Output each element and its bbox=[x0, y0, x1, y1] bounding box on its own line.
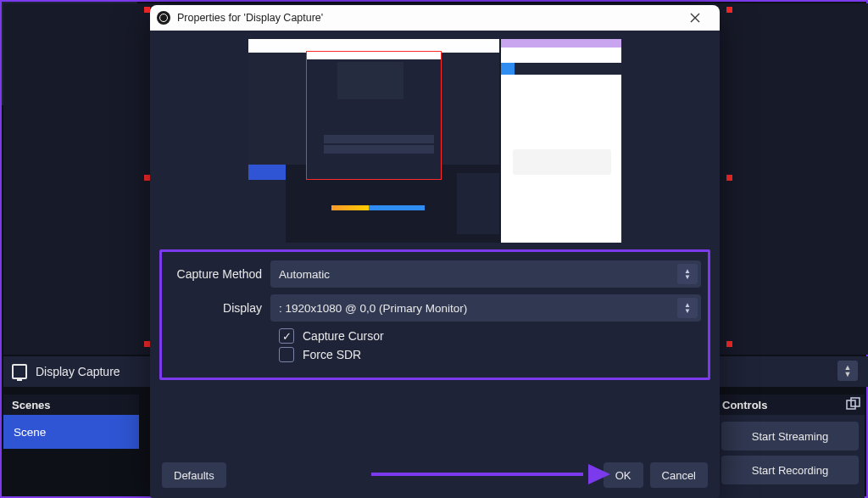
obs-main-window: Display Capture ▲▼ Scenes Scene Controls… bbox=[0, 0, 868, 498]
checkbox-icon bbox=[279, 347, 294, 362]
resize-handle[interactable] bbox=[144, 341, 150, 347]
display-select[interactable]: : 1920x1080 @ 0,0 (Primary Monitor) ▲▼ bbox=[270, 294, 701, 322]
dialog-footer: Defaults OK Cancel bbox=[150, 452, 720, 498]
capture-cursor-checkbox-row[interactable]: Capture Cursor bbox=[279, 328, 701, 344]
obs-icon bbox=[157, 11, 170, 25]
undock-icon[interactable] bbox=[846, 397, 861, 412]
display-label: Display bbox=[169, 301, 270, 315]
select-spinner-icon: ▲▼ bbox=[677, 298, 698, 318]
scene-name: Scene bbox=[14, 426, 46, 439]
resize-handle[interactable] bbox=[726, 341, 732, 347]
resize-handle[interactable] bbox=[144, 175, 150, 181]
controls-header: Controls bbox=[714, 394, 865, 415]
close-button[interactable] bbox=[677, 5, 713, 31]
start-streaming-button[interactable]: Start Streaming bbox=[721, 422, 859, 450]
resize-handle[interactable] bbox=[726, 175, 732, 181]
dialog-titlebar[interactable]: Properties for 'Display Capture' bbox=[150, 5, 720, 31]
source-filter-spinner[interactable]: ▲▼ bbox=[837, 361, 858, 381]
dialog-preview bbox=[248, 39, 621, 243]
checkbox-icon bbox=[279, 328, 294, 344]
scene-row-selected[interactable]: Scene bbox=[3, 415, 139, 449]
defaults-button[interactable]: Defaults bbox=[162, 462, 226, 488]
source-label: Display Capture bbox=[36, 365, 120, 378]
resize-handle[interactable] bbox=[726, 7, 732, 13]
monitor-icon bbox=[12, 364, 27, 379]
select-spinner-icon: ▲▼ bbox=[677, 264, 698, 284]
capture-cursor-label: Capture Cursor bbox=[303, 329, 384, 343]
force-sdr-label: Force SDR bbox=[303, 348, 361, 361]
start-recording-button[interactable]: Start Recording bbox=[721, 456, 859, 484]
capture-method-label: Capture Method bbox=[169, 267, 270, 281]
properties-dialog: Properties for 'Display Capture' bbox=[150, 5, 720, 498]
scenes-header: Scenes bbox=[3, 394, 139, 415]
cancel-button[interactable]: Cancel bbox=[650, 462, 708, 488]
resize-handle[interactable] bbox=[144, 7, 150, 13]
close-icon bbox=[690, 13, 700, 23]
ok-button[interactable]: OK bbox=[604, 462, 643, 488]
force-sdr-checkbox-row[interactable]: Force SDR bbox=[279, 347, 701, 362]
form-highlight: Capture Method Automatic ▲▼ Display : 19… bbox=[159, 249, 710, 380]
capture-method-select[interactable]: Automatic ▲▼ bbox=[270, 260, 701, 288]
dialog-title: Properties for 'Display Capture' bbox=[177, 12, 323, 24]
